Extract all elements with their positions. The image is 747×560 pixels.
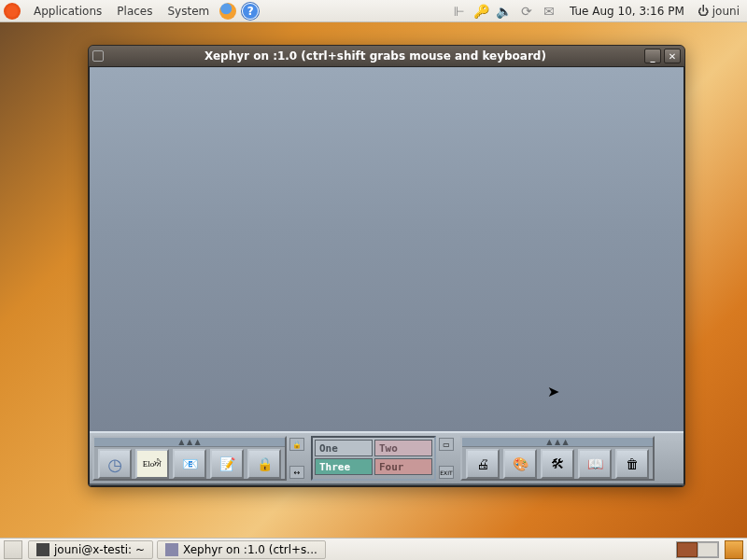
exit-button[interactable]: EXIT [439,466,454,479]
cursor-icon: ➤ [547,383,559,400]
power-icon: ⏻ [698,5,709,18]
xephyr-task-icon [165,543,178,556]
window-menu-icon[interactable] [92,50,104,62]
right-arrow-row[interactable]: ▲ ▲ ▲ [462,438,653,447]
volume-tray-icon[interactable]: 🔈 [495,2,514,21]
pager-two[interactable]: Two [374,440,432,456]
pager-four[interactable]: Four [374,458,432,475]
help-icon[interactable]: ? [242,3,259,20]
fvwm-left-segment: ▲ ▲ ▲ [92,436,287,481]
clock[interactable]: Tue Aug 10, 3:16 PM [570,5,684,18]
places-menu[interactable]: Places [109,5,160,18]
pager-three[interactable]: Three [315,458,373,475]
nested-desktop[interactable]: ➤ [90,67,684,431]
minimize-button[interactable]: _ [644,49,661,63]
fvwm-right-segment: ▲ ▲ ▲ [460,436,655,481]
firefox-icon[interactable] [219,3,236,20]
resize-icon[interactable]: ↔ [289,466,304,479]
lock-icon[interactable]: 🔒 [289,438,304,451]
bottom-panel: jouni@x-testi: ~ Xephyr on :1.0 (ctrl+s.… [0,538,747,560]
clock-icon[interactable] [98,449,132,479]
palette-icon[interactable] [503,449,537,479]
workspace-1[interactable] [677,542,698,557]
workspace-2[interactable] [698,542,718,557]
pager-one[interactable]: One [315,440,373,456]
xephyr-window: Xephyr on :1.0 (ctrl+shift grabs mouse a… [88,45,685,487]
close-button[interactable]: ✕ [664,49,681,63]
top-panel: Applications Places System ? ⊩ 🔑 🔈 ⟳ ✉ T… [0,0,747,22]
window-title: Xephyr on :1.0 (ctrl+shift grabs mouse a… [109,49,641,63]
network-tray-icon[interactable]: ⊩ [450,2,469,21]
applications-menu[interactable]: Applications [26,5,109,18]
titlebar[interactable]: Xephyr on :1.0 (ctrl+shift grabs mouse a… [89,46,684,66]
pager: One Two Three Four [311,436,436,481]
left-arrow-row[interactable]: ▲ ▲ ▲ [94,438,285,447]
trash-applet[interactable] [725,540,743,559]
trash-icon[interactable] [615,449,649,479]
terminal-icon [36,543,49,556]
xephyr-content: ➤ ▲ ▲ ▲ 🔒 ↔ One Two [89,66,684,486]
keyring-tray-icon[interactable]: 🔑 [472,2,491,21]
editor-icon[interactable] [210,449,244,479]
fvwm-panel: ▲ ▲ ▲ 🔒 ↔ One Two Three [90,431,684,485]
system-menu[interactable]: System [160,5,217,18]
ubuntu-logo-icon[interactable] [4,3,21,20]
workspace-switcher[interactable] [676,541,719,558]
updates-tray-icon[interactable]: ⟳ [517,2,536,21]
mailbox-icon[interactable] [247,449,281,479]
task-xephyr-label: Xephyr on :1.0 (ctrl+s... [183,543,317,556]
printer-icon[interactable] [466,449,500,479]
user-menu[interactable]: ⏻ jouni [698,5,740,18]
tools-icon[interactable] [541,449,574,479]
calendar-icon[interactable] [135,449,169,479]
task-terminal-label: jouni@x-testi: ~ [54,543,145,556]
mail-tray-icon[interactable]: ✉ [540,2,558,21]
username-label: jouni [712,5,740,18]
folder-icon[interactable] [173,449,206,479]
lock-column: 🔒 ↔ [289,436,308,481]
exit-column: ▭ EXIT [439,436,458,481]
task-xephyr[interactable]: Xephyr on :1.0 (ctrl+s... [157,540,326,559]
manual-icon[interactable] [578,449,612,479]
task-terminal[interactable]: jouni@x-testi: ~ [28,540,153,559]
expand-icon[interactable]: ▭ [439,438,454,451]
show-desktop-button[interactable] [4,540,22,559]
